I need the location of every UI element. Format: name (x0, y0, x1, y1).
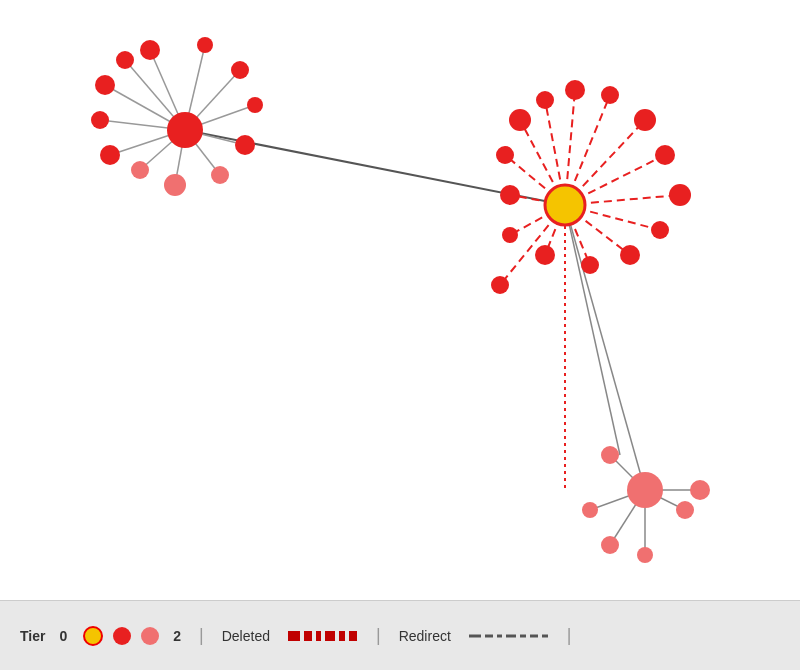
yellow-circle-icon (83, 626, 103, 646)
svg-point-61 (581, 256, 599, 274)
svg-line-1 (565, 205, 620, 455)
tier-pink-icon (141, 627, 159, 645)
svg-point-65 (545, 185, 585, 225)
svg-point-52 (509, 109, 531, 131)
svg-rect-75 (316, 631, 321, 641)
tier-0-icon (83, 626, 103, 646)
graph-canvas (0, 0, 800, 600)
svg-rect-74 (304, 631, 312, 641)
svg-rect-77 (339, 631, 345, 641)
svg-point-38 (197, 37, 213, 53)
svg-point-59 (651, 221, 669, 239)
svg-point-42 (211, 166, 229, 184)
svg-point-63 (502, 227, 518, 243)
tier-0-label: 0 (59, 628, 67, 644)
pink-circle-icon (141, 627, 159, 645)
network-graph (0, 0, 800, 600)
svg-rect-76 (325, 631, 335, 641)
svg-point-62 (535, 245, 555, 265)
separator-3: | (567, 625, 572, 646)
svg-point-43 (164, 174, 186, 196)
svg-point-58 (669, 184, 691, 206)
deleted-label: Deleted (222, 628, 270, 644)
svg-point-55 (601, 86, 619, 104)
svg-point-67 (582, 502, 598, 518)
svg-point-40 (247, 97, 263, 113)
svg-point-41 (235, 135, 255, 155)
separator-1: | (199, 625, 204, 646)
svg-point-50 (500, 185, 520, 205)
tier-red-icon (113, 627, 131, 645)
svg-point-57 (655, 145, 675, 165)
svg-rect-78 (349, 631, 357, 641)
redirect-pattern (469, 629, 549, 643)
svg-point-68 (601, 536, 619, 554)
legend-bar: Tier 0 2 | Deleted | Redirect (0, 600, 800, 670)
svg-point-64 (491, 276, 509, 294)
separator-2: | (376, 625, 381, 646)
svg-point-46 (91, 111, 109, 129)
svg-point-45 (100, 145, 120, 165)
svg-rect-73 (288, 631, 300, 641)
deleted-icon (288, 629, 358, 643)
tier-2-label: 2 (173, 628, 181, 644)
svg-point-44 (131, 161, 149, 179)
svg-point-66 (601, 446, 619, 464)
svg-point-54 (565, 80, 585, 100)
svg-point-53 (536, 91, 554, 109)
svg-point-70 (676, 501, 694, 519)
svg-point-72 (627, 472, 663, 508)
svg-point-47 (95, 75, 115, 95)
svg-point-60 (620, 245, 640, 265)
svg-point-51 (496, 146, 514, 164)
redirect-icon (469, 629, 549, 643)
svg-point-48 (116, 51, 134, 69)
svg-point-56 (634, 109, 656, 131)
red-circle-icon (113, 627, 131, 645)
svg-point-71 (690, 480, 710, 500)
svg-point-39 (231, 61, 249, 79)
deleted-pattern (288, 629, 358, 643)
tier-label: Tier (20, 628, 45, 644)
svg-point-37 (140, 40, 160, 60)
svg-point-49 (167, 112, 203, 148)
redirect-label: Redirect (399, 628, 451, 644)
svg-point-69 (637, 547, 653, 563)
